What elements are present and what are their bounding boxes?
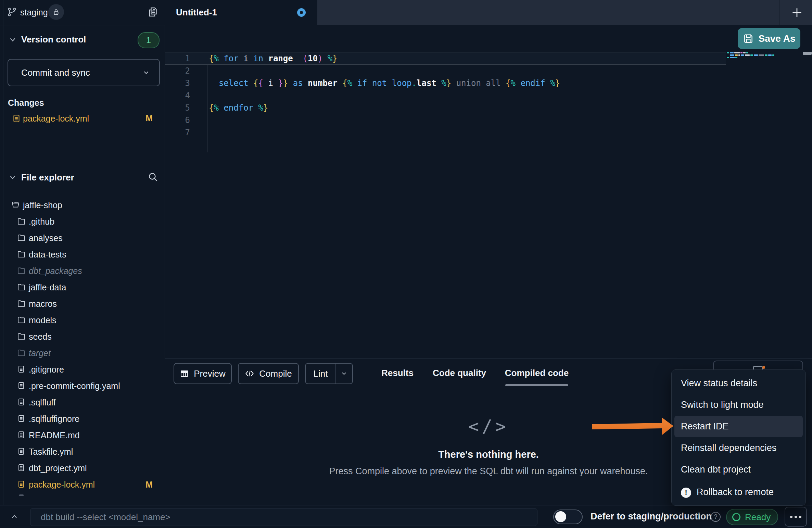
compile-label: Compile bbox=[259, 368, 292, 379]
tabstrip-divider bbox=[779, 0, 779, 25]
tree-item-seeds[interactable]: seeds bbox=[0, 328, 165, 345]
gutter-border bbox=[207, 65, 207, 152]
sidebar: staging Version control 1 Commit and syn… bbox=[0, 0, 165, 505]
commit-options-chevron-icon[interactable] bbox=[133, 60, 159, 86]
more-options-button[interactable] bbox=[785, 507, 807, 527]
tab-title: Untitled-1 bbox=[176, 0, 217, 25]
file-icon bbox=[17, 414, 26, 423]
line-number: 3 bbox=[171, 77, 190, 89]
file-icon bbox=[17, 480, 26, 489]
toggle-knob bbox=[555, 511, 566, 522]
minimap[interactable] bbox=[727, 51, 801, 60]
status-ready-button[interactable]: Ready bbox=[726, 509, 778, 525]
empty-state-title: There's nothing here. bbox=[438, 449, 539, 460]
branch-lock-icon bbox=[48, 4, 64, 20]
help-icon[interactable]: ? bbox=[711, 512, 721, 522]
tree-item-target[interactable]: target bbox=[0, 345, 165, 361]
editor-scrollbar-thumb[interactable] bbox=[803, 52, 812, 55]
version-control-collapse-icon[interactable] bbox=[9, 36, 16, 43]
ide-options-menu: View status details Switch to light mode… bbox=[671, 369, 806, 506]
branch-name[interactable]: staging bbox=[20, 8, 48, 17]
defer-toggle[interactable] bbox=[553, 510, 583, 524]
tree-item-data-tests[interactable]: data-tests bbox=[0, 246, 165, 263]
code-placeholder-icon: </> bbox=[468, 416, 509, 437]
tree-item-sqlfluffignore[interactable]: .sqlfluffignore bbox=[0, 411, 165, 427]
menu-item-reinstall-dependencies[interactable]: Reinstall dependencies bbox=[672, 437, 805, 459]
tree-item-analyses[interactable]: analyses bbox=[0, 230, 165, 246]
menu-item-restart-ide[interactable]: Restart IDE bbox=[674, 416, 803, 437]
file-icon bbox=[17, 464, 26, 472]
folder-icon bbox=[17, 266, 26, 275]
tab-untitled-1[interactable]: Untitled-1 bbox=[165, 0, 317, 25]
tree-item-pre-commit-config[interactable]: .pre-commit-config.yaml bbox=[0, 378, 165, 394]
file-icon bbox=[17, 447, 26, 456]
code-icon bbox=[245, 369, 254, 378]
git-branch-icon bbox=[7, 7, 17, 17]
file-icon bbox=[17, 431, 26, 439]
commit-button-label: Commit and sync bbox=[8, 67, 133, 78]
file-tree: jaffle-shop .github analyses data-tests … bbox=[0, 189, 165, 498]
command-input[interactable]: dbt build --select <model_name> bbox=[30, 508, 537, 526]
branch-bar: staging bbox=[0, 0, 165, 25]
tab-results[interactable]: Results bbox=[381, 364, 414, 382]
tree-item-sqlfluff[interactable]: .sqlfluff bbox=[0, 394, 165, 411]
active-tab-underline bbox=[505, 384, 568, 386]
table-icon bbox=[180, 369, 189, 378]
status-circle-icon bbox=[732, 513, 740, 521]
folder-open-icon bbox=[11, 201, 20, 209]
code-line-3: select {{ i }} as number {% if not loop.… bbox=[209, 77, 560, 89]
tree-item-readme[interactable]: README.md bbox=[0, 427, 165, 443]
compile-button[interactable]: Compile bbox=[238, 363, 299, 384]
tree-item-dbt-packages[interactable]: dbt_packages bbox=[0, 263, 165, 279]
folder-icon bbox=[17, 316, 26, 324]
lint-button[interactable]: Lint bbox=[305, 363, 353, 384]
search-icon[interactable] bbox=[147, 171, 161, 185]
preview-button[interactable]: Preview bbox=[174, 363, 232, 384]
unsaved-indicator-dot[interactable] bbox=[297, 8, 306, 17]
status-label: Ready bbox=[745, 512, 771, 523]
folder-icon bbox=[17, 283, 26, 291]
tree-item-gitignore[interactable]: .gitignore bbox=[0, 361, 165, 378]
folder-icon bbox=[17, 349, 26, 357]
preview-label: Preview bbox=[194, 368, 225, 379]
tree-item-jaffle-shop[interactable]: jaffle-shop bbox=[0, 197, 165, 213]
sidebar-scrollbar[interactable] bbox=[3, 0, 3, 505]
modified-flag: M bbox=[145, 480, 153, 490]
lint-label: Lint bbox=[306, 368, 335, 379]
defer-label: Defer to staging/production bbox=[591, 505, 712, 528]
tree-item-models[interactable]: models bbox=[0, 312, 165, 328]
folder-icon bbox=[17, 234, 26, 242]
commit-and-sync-button[interactable]: Commit and sync bbox=[8, 59, 160, 86]
tree-item-github[interactable]: .github bbox=[0, 213, 165, 230]
code-editor[interactable]: 1 2 3 4 5 6 7 {% for i in range (10) %} … bbox=[165, 25, 812, 359]
tree-item-package-lock[interactable]: package-lock.yml M bbox=[0, 476, 165, 493]
tree-item-macros[interactable]: macros bbox=[0, 296, 165, 312]
changes-heading: Changes bbox=[8, 98, 44, 108]
new-tab-button[interactable] bbox=[782, 0, 812, 25]
line-number: 7 bbox=[171, 126, 190, 139]
line-number: 6 bbox=[171, 114, 190, 126]
folder-icon bbox=[17, 299, 26, 308]
version-control-title: Version control bbox=[21, 34, 86, 45]
tab-code-quality[interactable]: Code quality bbox=[433, 364, 486, 382]
tree-item-taskfile[interactable]: Taskfile.yml bbox=[0, 443, 165, 460]
clipped-tree-row bbox=[19, 494, 24, 496]
tree-item-jaffle-data[interactable]: jaffle-data bbox=[0, 279, 165, 296]
tree-item-dbt-project[interactable]: dbt_project.yml bbox=[0, 460, 165, 476]
menu-item-rollback-to-remote[interactable]: !Rollback to remote bbox=[672, 481, 805, 503]
folder-icon bbox=[17, 332, 26, 341]
line-number: 5 bbox=[171, 102, 190, 114]
file-explorer-title: File explorer bbox=[21, 172, 74, 183]
lint-options-chevron-icon[interactable] bbox=[335, 364, 352, 384]
copy-branch-icon[interactable] bbox=[147, 6, 160, 19]
menu-item-switch-to-light-mode[interactable]: Switch to light mode bbox=[672, 394, 805, 416]
expand-command-bar-icon[interactable] bbox=[0, 505, 29, 528]
menu-item-view-status-details[interactable]: View status details bbox=[672, 373, 805, 394]
file-explorer-collapse-icon[interactable] bbox=[9, 174, 16, 181]
empty-state-subtitle: Press Compile above to preview the SQL d… bbox=[329, 466, 648, 477]
menu-item-clean-dbt-project[interactable]: Clean dbt project bbox=[672, 459, 805, 480]
changed-file-row[interactable]: package-lock.yml M bbox=[0, 110, 165, 127]
modified-flag: M bbox=[145, 113, 153, 123]
section-divider bbox=[0, 164, 165, 164]
tab-compiled-code[interactable]: Compiled code bbox=[505, 364, 569, 382]
